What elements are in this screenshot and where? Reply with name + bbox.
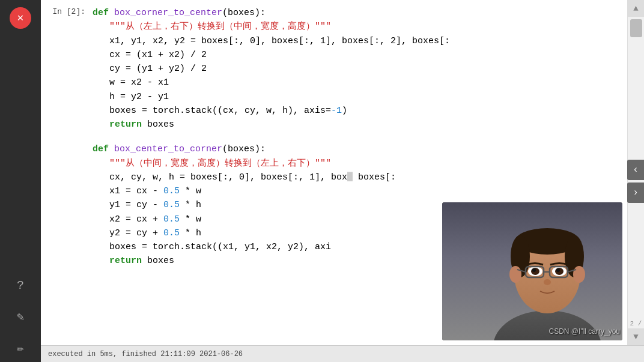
- prev-arrow-icon: ‹: [633, 164, 639, 175]
- webcam-person: [442, 202, 622, 340]
- func1-line6: boxes = torch.stack((cx, cy, w, h), axis…: [93, 104, 621, 118]
- keyword-return2: return: [109, 256, 147, 266]
- svg-point-13: [532, 268, 536, 272]
- func1-line3: cy = (y1 + y2) / 2: [93, 62, 621, 76]
- blank-line-1: [93, 131, 621, 142]
- svg-point-7: [509, 266, 521, 283]
- svg-point-20: [544, 279, 551, 285]
- func1-paren3: ): [342, 106, 347, 116]
- scroll-up-arrow[interactable]: ▲: [628, 0, 645, 17]
- func1-vars: x1, y1, x2, y2 = boxes[:, 0], boxes[:, 1…: [109, 36, 450, 46]
- webcam-overlay: [442, 202, 622, 340]
- func1-param: boxes: [228, 8, 255, 18]
- func1-h: h = y2 - y1: [109, 92, 169, 102]
- func2-line1: cx, cy, w, h = boxes[:, 0], boxes[:, 1],…: [93, 170, 621, 184]
- func2-x2b: * w: [180, 214, 201, 225]
- sidebar: ✕ ? ✎ ✏: [0, 0, 41, 362]
- func2-x2: x2 = cx +: [109, 214, 163, 225]
- func1-docstr-text: """从（左上，右下）转换到（中间，宽度，高度）""": [109, 22, 331, 32]
- func2-y1b: * h: [180, 200, 201, 210]
- func2-x1b: * w: [180, 186, 201, 196]
- question-button[interactable]: ?: [10, 274, 31, 296]
- next-arrow-icon: ›: [633, 187, 639, 198]
- func1-paren2: ):: [255, 8, 266, 18]
- func2-cont: boxes[:: [353, 172, 396, 183]
- keyword-def: def: [93, 8, 114, 18]
- question-icon: ?: [17, 279, 24, 292]
- close-button[interactable]: ✕: [10, 7, 31, 29]
- edit-button[interactable]: ✎: [10, 306, 31, 327]
- svg-point-14: [556, 268, 560, 272]
- func2-half4: 0.5: [163, 228, 180, 238]
- func1-line5: h = y2 - y1: [93, 90, 621, 104]
- func2-half1: 0.5: [163, 186, 180, 196]
- func1-return-val: boxes: [147, 119, 174, 130]
- close-icon: ✕: [17, 13, 24, 23]
- func2-param: boxes: [228, 144, 255, 154]
- pencil-button[interactable]: ✏: [10, 337, 31, 358]
- func1-cy: cy = (y1 + y2) / 2: [109, 64, 207, 74]
- func2-y1: y1 = cy -: [109, 200, 163, 210]
- func2-line2: x1 = cx - 0.5 * w: [93, 184, 621, 198]
- func1-paren: (: [222, 8, 228, 18]
- func2-vars: cx, cy, w, h = boxes[:, 0], boxes[:, 1],…: [109, 172, 347, 183]
- scroll-thumb[interactable]: [630, 19, 642, 37]
- func2-docstr-text: """从（中间，宽度，高度）转换到（左上，右下）""": [109, 158, 331, 169]
- status-text: executed in 5ms, finished 21:11:09 2021-…: [48, 350, 243, 358]
- nav-prev-arrow[interactable]: ‹: [627, 160, 644, 180]
- keyword-def2: def: [93, 144, 114, 154]
- func2-docstring: """从（中间，宽度，高度）转换到（左上，右下）""": [93, 157, 621, 170]
- status-bar: executed in 5ms, finished 21:11:09 2021-…: [41, 345, 644, 362]
- watermark: CSDN @I"ll carry_you: [549, 327, 620, 336]
- func2-name: box_center_to_corner: [114, 144, 222, 154]
- page-indicator: 2 /: [630, 319, 642, 328]
- nav-next-arrow[interactable]: ›: [627, 183, 644, 203]
- scroll-down-arrow[interactable]: ▼: [628, 328, 645, 345]
- func1-line2: cx = (x1 + x2) / 2: [93, 48, 621, 62]
- func1-boxes-assign: boxes = torch.stack((cx, cy, w, h), axis…: [109, 106, 331, 116]
- func2-def-line: def box_center_to_corner(boxes):: [93, 142, 621, 156]
- func1-line7: return boxes: [93, 118, 621, 131]
- pencil-icon: ✏: [17, 340, 24, 355]
- cell-in-label: In [2]:: [52, 7, 85, 16]
- func1-line4: w = x2 - x1: [93, 76, 621, 89]
- person-svg: [442, 202, 622, 340]
- func2-return-val: boxes: [147, 256, 174, 266]
- func2-half2: 0.5: [163, 200, 180, 210]
- func2-y2: y2 = cy +: [109, 228, 163, 238]
- func2-half3: 0.5: [163, 214, 180, 225]
- func2-x1: x1 = cx -: [109, 186, 163, 196]
- func1-name: box_corner_to_center: [114, 8, 222, 18]
- nav-arrows: ‹ ›: [627, 160, 644, 203]
- func2-partial: █: [347, 172, 353, 183]
- edit-icon: ✎: [17, 309, 24, 324]
- func1-docstring: """从（左上，右下）转换到（中间，宽度，高度）""": [93, 20, 621, 34]
- func1-def-line: def box_corner_to_center(boxes):: [93, 6, 621, 20]
- func2-paren2: ):: [255, 144, 266, 154]
- func2-boxes-assign: boxes = torch.stack((x1, y1, x2, y2), ax…: [109, 242, 331, 252]
- cell-label: In [2]:: [41, 0, 89, 345]
- func1-cx: cx = (x1 + x2) / 2: [109, 50, 207, 60]
- func2-paren: (: [222, 144, 228, 154]
- svg-point-8: [573, 266, 585, 283]
- func1-w: w = x2 - x1: [109, 77, 169, 88]
- func2-y2b: * h: [180, 228, 201, 238]
- func1-neg1: -1: [331, 106, 342, 116]
- func1-line1: x1, y1, x2, y2 = boxes[:, 0], boxes[:, 1…: [93, 34, 621, 48]
- watermark-text: CSDN @I"ll carry_you: [549, 327, 620, 336]
- keyword-return1: return: [109, 119, 147, 130]
